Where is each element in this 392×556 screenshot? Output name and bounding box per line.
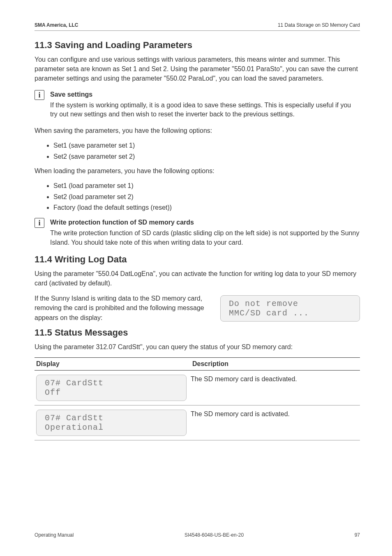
section-11-3-intro: You can configure and use various settin… bbox=[35, 55, 360, 83]
info-icon: i bbox=[35, 90, 44, 100]
loading-options-list: Set1 (load parameter set 1) Set2 (load p… bbox=[35, 181, 360, 212]
status-table-header: Display Description bbox=[35, 357, 360, 371]
page-header: SMA America, LLC 11 Data Storage on SD M… bbox=[35, 22, 360, 31]
info-wp-title: Write protection function of SD memory c… bbox=[50, 219, 360, 226]
page: SMA America, LLC 11 Data Storage on SD M… bbox=[0, 0, 392, 556]
lcd-line: 07# CardStt bbox=[45, 378, 178, 388]
header-left: SMA America, LLC bbox=[35, 22, 78, 28]
list-item: Set2 (save parameter set 2) bbox=[53, 152, 360, 161]
info-save-settings: i Save settings If the system is working… bbox=[35, 89, 360, 123]
table-row: 07# CardStt Off The SD memory card is de… bbox=[35, 371, 360, 405]
page-footer: Operating Manual SI4548-6048-US-BE-en-20… bbox=[35, 532, 360, 538]
lcd-line: MMC/SD card ... bbox=[229, 308, 351, 318]
col-description: Description bbox=[192, 360, 360, 368]
info-write-protection: i Write protection function of SD memory… bbox=[35, 217, 360, 250]
footer-left: Operating Manual bbox=[35, 532, 74, 538]
section-11-5-intro: Using the parameter 312.07 CardStt", you… bbox=[35, 342, 360, 352]
info-save-text: If the system is working optimally, it i… bbox=[50, 101, 360, 119]
list-item: Set1 (save parameter set 1) bbox=[53, 141, 360, 150]
row-desc: The SD memory card is activated. bbox=[191, 409, 360, 418]
row-desc: The SD memory card is deactivated. bbox=[191, 374, 360, 383]
lcd-line: 07# CardStt bbox=[45, 413, 178, 423]
lcd-display-remove: Do not remove MMC/SD card ... bbox=[220, 295, 360, 322]
lcd-line: Do not remove bbox=[229, 299, 351, 308]
loading-lead: When loading the parameters, you have th… bbox=[35, 166, 360, 176]
info-icon: i bbox=[35, 218, 44, 228]
lcd-display-off: 07# CardStt Off bbox=[36, 375, 187, 401]
lcd-line: Operational bbox=[45, 423, 178, 432]
writing-log-para: If the Sunny Island is writing data to t… bbox=[35, 294, 208, 322]
header-right: 11 Data Storage on SD Memory Card bbox=[278, 22, 360, 28]
section-11-3-title: 11.3 Saving and Loading Parameters bbox=[35, 40, 360, 51]
info-save-title: Save settings bbox=[50, 91, 360, 98]
list-item: Set2 (load parameter set 2) bbox=[53, 192, 360, 202]
footer-right: 97 bbox=[355, 532, 360, 538]
lcd-line: Off bbox=[45, 388, 178, 397]
lcd-display-operational: 07# CardStt Operational bbox=[36, 410, 187, 436]
footer-center: SI4548-6048-US-BE-en-20 bbox=[184, 532, 244, 538]
saving-lead: When saving the parameters, you have the… bbox=[35, 126, 360, 135]
list-item: Factory (load the default settings (rese… bbox=[53, 203, 360, 212]
section-11-4-intro: Using the parameter "550.04 DatLogEna", … bbox=[35, 269, 360, 288]
writing-log-row: If the Sunny Island is writing data to t… bbox=[35, 294, 360, 322]
section-11-5-title: 11.5 Status Messages bbox=[35, 327, 360, 338]
section-11-4-title: 11.4 Writing Log Data bbox=[35, 254, 360, 265]
col-display: Display bbox=[35, 360, 192, 368]
info-wp-text: The write protection function of SD card… bbox=[50, 229, 360, 247]
list-item: Set1 (load parameter set 1) bbox=[53, 181, 360, 190]
saving-options-list: Set1 (save parameter set 1) Set2 (save p… bbox=[35, 141, 360, 161]
table-row: 07# CardStt Operational The SD memory ca… bbox=[35, 405, 360, 440]
